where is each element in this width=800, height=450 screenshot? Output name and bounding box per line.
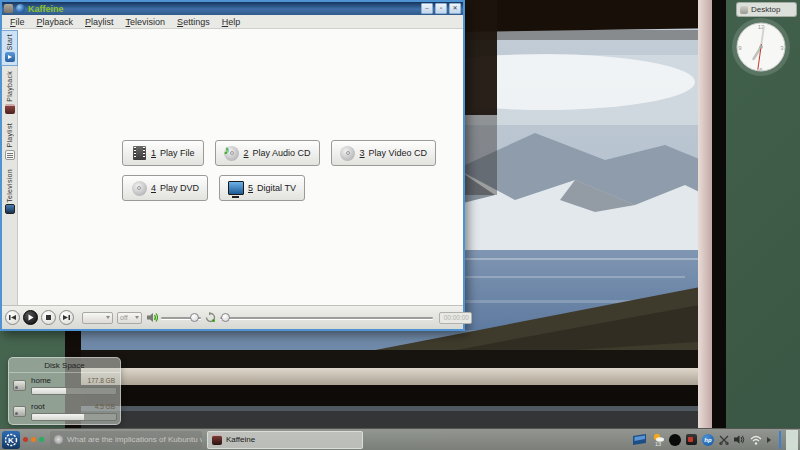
time-display: 00:00:00 [439, 312, 472, 324]
display-tray-icon[interactable] [633, 434, 647, 445]
disk-space-widget[interactable]: Disk Space home 177.8 GB root 4.5 GB [8, 357, 121, 425]
menu-television[interactable]: Television [120, 17, 172, 27]
chevron-down-icon [106, 316, 110, 319]
tab-playback[interactable]: Playback [2, 68, 17, 117]
drive-name: home [31, 376, 51, 385]
play-dvd-button[interactable]: 4 Play DVD [122, 175, 208, 201]
playlist-tab-icon [5, 150, 15, 160]
panel-end-applet[interactable] [786, 430, 798, 450]
play-button[interactable] [23, 310, 38, 325]
minimize-button[interactable]: – [421, 3, 433, 14]
menu-file[interactable]: File [4, 17, 31, 27]
tray-expander-icon[interactable] [767, 437, 771, 443]
recorder-tray-icon[interactable] [669, 434, 681, 446]
menu-bar: File Playback Playlist Television Settin… [2, 15, 463, 29]
disk-space-title: Disk Space [9, 358, 120, 373]
filmstrip-icon [131, 145, 147, 161]
volume-slider[interactable] [161, 311, 201, 324]
desktop-background: Desktop 12 3 6 9 Disk Space home 177.8 G… [0, 0, 800, 450]
play-audio-cd-button[interactable]: ♪ 2 Play Audio CD [215, 140, 320, 166]
television-tab-icon [5, 204, 15, 214]
close-button[interactable]: ✕ [449, 3, 461, 14]
tab-start[interactable]: Start [2, 31, 17, 65]
menu-help[interactable]: Help [216, 17, 247, 27]
taskbar-task-kaffeine[interactable]: Kaffeine [207, 431, 363, 449]
browser-window-icon [54, 435, 63, 444]
hp-printer-icon[interactable]: hp [702, 434, 714, 446]
subtitle-select[interactable]: off [117, 312, 142, 324]
hard-drive-icon [13, 380, 26, 391]
digital-tv-button[interactable]: 5 Digital TV [219, 175, 305, 201]
quicklaunch-green-icon[interactable] [39, 437, 44, 442]
tab-television[interactable]: Television [2, 166, 17, 218]
stop-button[interactable] [41, 310, 56, 325]
desktop-toolbox-label: Desktop [751, 5, 780, 14]
drive-name: root [31, 402, 45, 411]
weather-tray-icon[interactable]: 13 [652, 433, 664, 447]
play-file-button[interactable]: 1 Play File [122, 140, 204, 166]
drive-usage-bar [31, 413, 117, 421]
klipper-scissors-icon[interactable] [719, 435, 729, 445]
volume-icon[interactable] [147, 312, 158, 323]
seek-slider[interactable] [220, 311, 433, 324]
menu-playback[interactable]: Playback [31, 17, 80, 27]
chevron-down-icon [135, 316, 139, 319]
quicklaunch-orange-icon[interactable] [31, 437, 36, 442]
drive-usage-fill [32, 388, 66, 394]
window-titlebar[interactable]: Kaffeine – ▫ ✕ [2, 2, 463, 15]
dvd-icon [131, 180, 147, 196]
system-tray: 13 hp [633, 430, 800, 450]
audio-volume-icon[interactable] [734, 434, 745, 445]
disk-row-home: home 177.8 GB [13, 375, 116, 399]
taskbar-task-browser[interactable]: What are the implications of Kubuntu wit… [50, 431, 202, 449]
playback-tab-icon [5, 104, 15, 114]
svg-text:K: K [8, 436, 14, 445]
kaffeine-app-icon [16, 4, 25, 13]
desktop-toolbox[interactable]: Desktop [736, 2, 797, 17]
player-controls: off 00:00:00 [2, 305, 463, 329]
sidebar-tabs: Start Playback Playlist Television [2, 30, 18, 306]
drive-size: 177.8 GB [88, 377, 115, 384]
audio-channel-select[interactable] [82, 312, 113, 324]
device-notifier-icon[interactable] [686, 434, 697, 445]
video-cd-icon [340, 145, 356, 161]
tab-playlist[interactable]: Playlist [2, 120, 17, 163]
start-page: 1 Play File ♪ 2 Play Audio CD 3 Play Vid… [18, 30, 463, 306]
maximize-button[interactable]: ▫ [435, 3, 447, 14]
kaffeine-task-icon [212, 435, 222, 445]
repeat-icon[interactable] [205, 312, 216, 323]
audio-cd-icon: ♪ [224, 145, 240, 161]
previous-button[interactable] [5, 310, 20, 325]
window-menu-icon[interactable] [4, 4, 13, 13]
taskbar-panel: K What are the implications of Kubuntu w… [0, 428, 800, 450]
kaffeine-window: Kaffeine – ▫ ✕ File Playback Playlist Te… [0, 0, 465, 331]
network-wifi-icon[interactable] [750, 435, 762, 445]
window-title: Kaffeine [28, 4, 418, 14]
drive-size: 4.5 GB [95, 403, 115, 410]
menu-settings[interactable]: Settings [171, 17, 216, 27]
next-button[interactable] [59, 310, 74, 325]
analog-clock-widget[interactable]: 12 3 6 9 [730, 16, 792, 78]
play-video-cd-button[interactable]: 3 Play Video CD [331, 140, 436, 166]
quicklaunch-red-icon[interactable] [23, 437, 28, 442]
plasma-toolbox-icon [740, 6, 748, 14]
drive-usage-fill [32, 414, 84, 420]
start-tab-icon [5, 52, 15, 62]
panel-divider [779, 431, 781, 449]
hard-drive-icon [13, 406, 26, 417]
menu-playlist[interactable]: Playlist [79, 17, 120, 27]
kde-menu-button[interactable]: K [2, 431, 20, 449]
disk-row-root: root 4.5 GB [13, 401, 116, 425]
tv-icon [228, 180, 244, 196]
drive-usage-bar [31, 387, 117, 395]
